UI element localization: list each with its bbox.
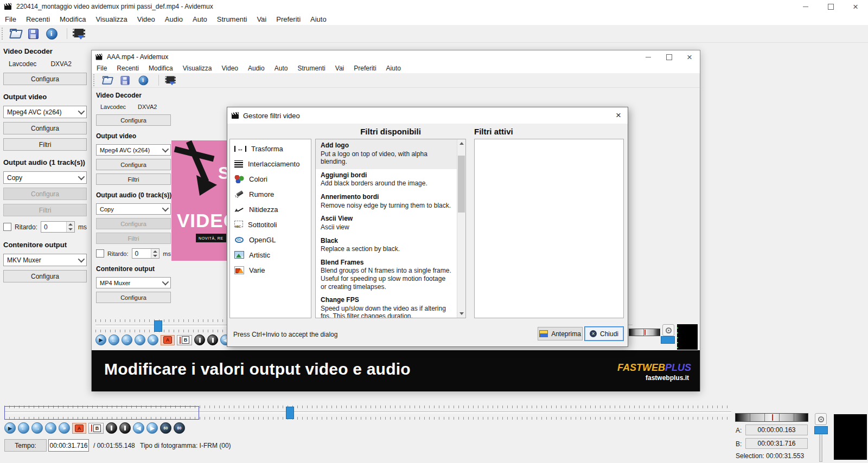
save-icon[interactable]	[27, 28, 40, 40]
scroll-up-icon[interactable]	[457, 139, 465, 147]
filter-ascii-view[interactable]: Ascii ViewAscii view	[316, 213, 457, 234]
video-filters-icon[interactable]	[164, 75, 175, 86]
timeline-position-handle[interactable]	[154, 320, 162, 332]
time-label-button[interactable]: Tempo:	[4, 439, 47, 452]
step-back-button[interactable]: ←	[18, 422, 29, 434]
decoder-configure-button[interactable]: Configura	[96, 114, 171, 126]
preview-button[interactable]: Anteprima	[538, 327, 583, 340]
outer-menu-file[interactable]: File	[0, 14, 21, 24]
timeline-position-handle[interactable]	[286, 407, 294, 419]
spin-up-icon[interactable]	[67, 222, 74, 227]
inner-menu-aiuto[interactable]: Aiuto	[381, 63, 406, 73]
jog-wheel[interactable]	[629, 329, 660, 336]
video-codec-select[interactable]: Mpeg4 AVC (x264)	[96, 144, 171, 156]
scrollbar[interactable]	[457, 139, 465, 318]
category-rumore[interactable]: Rumore	[230, 187, 311, 202]
close-button[interactable]	[843, 0, 868, 13]
filter-change-fps[interactable]: Change FPSSpeed up/slow down the video a…	[316, 294, 457, 318]
category-varie[interactable]: Varie	[230, 262, 311, 278]
first-frame-button[interactable]	[194, 335, 205, 345]
inner-menu-preferiti[interactable]: Preferiti	[349, 63, 381, 73]
set-marker-a-button[interactable]: A	[72, 423, 86, 434]
current-time-field[interactable]: 00:00:31.716	[48, 439, 89, 452]
audio-codec-select[interactable]: Copy	[3, 171, 87, 184]
prev-keyframe-button[interactable]: «	[45, 422, 56, 434]
inner-menu-auto[interactable]: Auto	[270, 63, 293, 73]
inner-menu-modifica[interactable]: Modifica	[144, 63, 178, 73]
category-opengl[interactable]: OpenGL	[230, 232, 311, 247]
last-frame-button[interactable]	[119, 422, 131, 434]
mute-button[interactable]	[662, 324, 674, 336]
video-codec-select[interactable]: Mpeg4 AVC (x264)	[3, 106, 87, 118]
play-button[interactable]: ▶	[95, 335, 106, 345]
play-button[interactable]: ▶	[4, 422, 16, 434]
minimize-button[interactable]	[638, 50, 659, 63]
outer-menu-audio[interactable]: Audio	[160, 14, 188, 24]
next-black-frame-button[interactable]: ▶	[146, 422, 158, 434]
outer-menu-video[interactable]: Video	[132, 14, 160, 24]
set-marker-a-button[interactable]: A	[161, 335, 175, 345]
restore-button[interactable]	[818, 0, 843, 13]
back-60s-button[interactable]: 60	[160, 422, 171, 434]
video-configure-button[interactable]: Configura	[96, 159, 171, 170]
main-timeline-ruler[interactable]	[4, 406, 731, 420]
category-interlacciamento[interactable]: Interlacciamento	[230, 156, 311, 171]
outer-menu-visualizza[interactable]: Visualizza	[91, 14, 132, 24]
container-configure-button[interactable]: Configura	[3, 270, 87, 282]
video-configure-button[interactable]: Configura	[3, 122, 87, 134]
volume-slider-handle[interactable]	[814, 426, 828, 434]
scroll-down-icon[interactable]	[457, 310, 465, 318]
inner-menu-strumenti[interactable]: Strumenti	[292, 63, 330, 73]
outer-menu-vai[interactable]: Vai	[252, 14, 271, 24]
scrollbar-thumb[interactable]	[458, 156, 465, 213]
category-trasforma[interactable]: Trasforma	[230, 141, 311, 156]
audio-delay-checkbox[interactable]	[3, 223, 11, 231]
outer-menu-strumenti[interactable]: Strumenti	[212, 14, 252, 24]
video-filters-button[interactable]: Filtri	[96, 173, 171, 185]
prev-keyframe-button[interactable]: «	[135, 335, 145, 345]
next-keyframe-button[interactable]: »	[59, 422, 70, 434]
category-artistic[interactable]: Artistic	[230, 247, 311, 262]
filter-blend-frames[interactable]: Blend FramesBlend groups of N frames int…	[316, 256, 457, 294]
inner-menu-file[interactable]: File	[92, 63, 112, 73]
audio-codec-select[interactable]: Copy	[96, 203, 171, 215]
filter-aggiungi-bordi[interactable]: Aggiungi bordiAdd black borders around t…	[316, 169, 457, 191]
inner-menu-audio[interactable]: Audio	[243, 63, 270, 73]
step-forward-button[interactable]: →	[31, 422, 43, 434]
filter-annerimento-bordi[interactable]: Annerimento bordiRemove noisy edge by tu…	[316, 191, 457, 213]
close-button[interactable]	[679, 50, 700, 63]
container-select[interactable]: MP4 Muxer	[96, 277, 171, 288]
filter-black[interactable]: BlackReplace a section by black.	[316, 235, 457, 256]
category-nitidezza[interactable]: Nitidezza	[230, 202, 311, 217]
set-marker-b-button[interactable]: B	[177, 335, 192, 345]
set-marker-b-button[interactable]: B	[88, 423, 104, 434]
filter-add-logo[interactable]: Add logoPut a logo on top of video, with…	[316, 139, 457, 169]
jog-wheel[interactable]	[735, 413, 808, 422]
info-icon[interactable]	[45, 28, 58, 40]
step-forward-button[interactable]: →	[122, 335, 132, 345]
outer-menu-auto[interactable]: Auto	[188, 14, 212, 24]
category-colori[interactable]: Colori	[230, 171, 311, 187]
audio-delay-spinner[interactable]: 0	[41, 221, 75, 233]
active-filters-list[interactable]	[474, 139, 624, 318]
open-icon[interactable]	[102, 75, 113, 86]
open-icon[interactable]	[9, 28, 22, 40]
prev-black-frame-button[interactable]: ◀	[133, 422, 144, 434]
next-keyframe-button[interactable]: »	[148, 335, 158, 345]
save-icon[interactable]	[120, 75, 131, 86]
first-frame-button[interactable]	[106, 422, 117, 434]
restore-button[interactable]	[659, 50, 679, 63]
audio-delay-spinner[interactable]: 0	[132, 248, 160, 259]
category-sottotitoli[interactable]: Sottotitoli	[230, 217, 311, 232]
outer-menu-recenti[interactable]: Recenti	[21, 14, 55, 24]
container-select[interactable]: MKV Muxer	[3, 254, 87, 266]
inner-menu-vai[interactable]: Vai	[330, 63, 349, 73]
audio-delay-checkbox[interactable]	[96, 249, 104, 258]
info-icon[interactable]	[138, 75, 149, 86]
decoder-configure-button[interactable]: Configura	[3, 73, 87, 85]
dialog-close-icon[interactable]: ×	[609, 107, 628, 124]
forward-60s-button[interactable]: 60	[174, 422, 185, 434]
video-filters-button[interactable]: Filtri	[3, 138, 87, 151]
outer-menu-modifica[interactable]: Modifica	[55, 14, 91, 24]
outer-menu-preferiti[interactable]: Preferiti	[271, 14, 305, 24]
